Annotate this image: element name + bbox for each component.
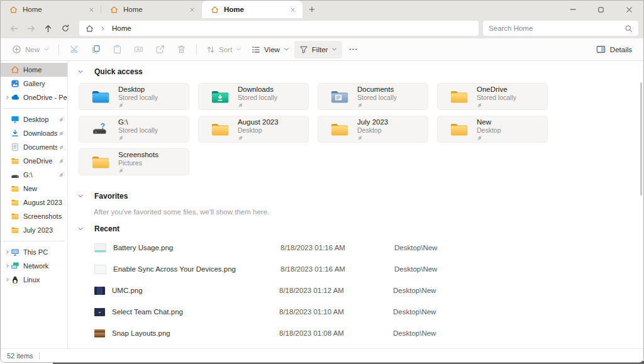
new-label: New — [25, 46, 40, 53]
filter-button[interactable]: Filter — [294, 41, 343, 58]
sidebar-divider — [3, 108, 65, 109]
file-row[interactable]: Enable Sync Across Your Devices.png 8/18… — [68, 258, 643, 280]
chevron-down-icon[interactable] — [77, 193, 84, 199]
chevron-down-icon[interactable] — [77, 69, 84, 75]
favorites-header: Favorites — [77, 192, 643, 201]
vertical-scrollbar[interactable] — [640, 82, 642, 196]
view-button[interactable]: View — [247, 41, 294, 58]
details-button[interactable]: Details — [591, 41, 637, 58]
minimize-button[interactable] — [558, 1, 587, 18]
folder-icon — [11, 212, 19, 221]
rename-button[interactable] — [128, 41, 149, 58]
quick-access-card-downloads[interactable]: Downloads Stored locally — [198, 83, 309, 110]
folder-icon — [91, 154, 110, 170]
maximize-button[interactable] — [587, 1, 615, 18]
quick-access-card-desktop[interactable]: Desktop Stored locally — [79, 83, 189, 110]
chevron-right-icon[interactable] — [4, 250, 11, 255]
command-bar: New Sort View Filter — [1, 38, 643, 61]
close-button[interactable] — [615, 1, 643, 18]
up-icon — [43, 24, 53, 33]
sort-label: Sort — [219, 46, 232, 53]
window-controls — [558, 1, 643, 18]
chevron-right-icon[interactable] — [4, 263, 11, 268]
see-more-button[interactable] — [342, 41, 364, 58]
file-thumbnail — [94, 308, 105, 316]
refresh-button[interactable] — [57, 20, 74, 36]
quick-access-card-documents[interactable]: Documents Stored locally — [318, 83, 428, 110]
sidebar-item-august-2023[interactable]: August 2023 — [1, 196, 67, 209]
file-row[interactable]: Snap Layouts.png 8/18/2023 01:08 AM Desk… — [68, 323, 643, 344]
maximize-icon — [597, 6, 605, 14]
tab-close-icon[interactable] — [287, 4, 297, 14]
chevron-down-icon — [236, 47, 242, 52]
quick-access-card-g-drive[interactable]: G:\ Stored locally — [79, 116, 189, 143]
desktop-icon — [11, 115, 19, 124]
sidebar-item-this-pc[interactable]: This PC — [1, 245, 67, 259]
delete-button[interactable] — [170, 41, 192, 58]
sidebar-item-new[interactable]: New — [1, 182, 67, 196]
forward-button[interactable] — [23, 20, 40, 36]
details-pane-icon — [596, 45, 606, 54]
pin-icon — [58, 158, 64, 164]
chevron-right-icon[interactable] — [4, 95, 11, 100]
item-count: 52 items — [7, 352, 33, 360]
file-row[interactable]: Select Team Chat.png 8/18/2023 01:10 AM … — [68, 301, 643, 323]
cut-button[interactable] — [64, 41, 85, 58]
folder-icon — [11, 198, 19, 207]
tab-close-icon[interactable] — [86, 4, 96, 14]
sidebar-item-g-drive[interactable]: G:\ — [1, 168, 67, 182]
section-title[interactable]: Favorites — [94, 192, 128, 201]
back-button[interactable] — [6, 20, 23, 36]
paste-button[interactable] — [106, 41, 128, 58]
sidebar-item-july-2023[interactable]: July 2023 — [1, 223, 67, 237]
sidebar-item-screenshots[interactable]: Screenshots — [1, 209, 67, 223]
details-label: Details — [610, 46, 632, 53]
share-button[interactable] — [149, 41, 170, 58]
tab-home-3-active[interactable]: Home — [202, 1, 303, 18]
quick-access-card-july-2023[interactable]: July 2023 Desktop — [318, 116, 428, 143]
share-icon — [155, 45, 165, 54]
rename-icon — [134, 45, 143, 54]
sidebar-item-onedrive-personal[interactable]: OneDrive - Persona — [1, 91, 67, 104]
quick-access-card-onedrive[interactable]: OneDrive Stored locally — [437, 83, 548, 110]
tab-home-1[interactable]: Home — [1, 1, 101, 18]
new-button[interactable]: New — [7, 41, 54, 58]
file-thumbnail — [94, 243, 106, 253]
address-bar[interactable]: Home — [79, 21, 479, 36]
tab-close-icon[interactable] — [187, 4, 197, 14]
search-icon — [625, 25, 633, 33]
quick-access-card-screenshots[interactable]: Screenshots Pictures — [79, 148, 189, 175]
tab-home-2[interactable]: Home — [101, 1, 202, 18]
copy-button[interactable] — [85, 41, 106, 58]
folder-icon — [330, 121, 349, 137]
pin-icon — [477, 102, 482, 108]
file-row[interactable]: UMC.png 8/18/2023 01:12 AM Desktop\New — [68, 280, 643, 301]
sort-button[interactable]: Sort — [201, 41, 247, 58]
sidebar-item-gallery[interactable]: Gallery — [1, 77, 67, 91]
quick-access-card-new[interactable]: New Desktop — [437, 116, 548, 143]
sidebar-item-network[interactable]: Network — [1, 259, 67, 273]
onedrive-cloud-icon — [11, 93, 19, 102]
sidebar-item-onedrive[interactable]: OneDrive — [1, 154, 67, 168]
home-icon — [11, 65, 19, 74]
file-row[interactable]: Battery Usage.png 8/18/2023 01:16 AM Des… — [68, 237, 643, 258]
pin-icon — [118, 168, 124, 174]
sidebar-item-home[interactable]: Home — [1, 63, 67, 77]
sidebar-item-documents[interactable]: Documents — [1, 140, 67, 154]
navigation-bar: Home — [1, 18, 643, 38]
section-title[interactable]: Quick access — [94, 67, 143, 76]
sidebar-item-downloads[interactable]: Downloads — [1, 126, 67, 140]
file-thumbnail — [94, 329, 105, 338]
quick-access-card-august-2023[interactable]: August 2023 Desktop — [198, 116, 309, 143]
sidebar-item-desktop[interactable]: Desktop — [1, 113, 67, 126]
new-tab-button[interactable] — [303, 1, 321, 18]
chevron-down-icon[interactable] — [77, 226, 84, 232]
chevron-right-icon[interactable] — [4, 277, 11, 282]
sidebar-item-linux[interactable]: Linux — [1, 273, 67, 287]
file-explorer-window: Home Home Home — [0, 0, 644, 364]
chevron-down-icon — [43, 47, 49, 52]
section-title[interactable]: Recent — [94, 224, 119, 233]
breadcrumb[interactable]: Home — [112, 25, 131, 32]
search-input[interactable] — [489, 25, 625, 32]
up-button[interactable] — [40, 20, 57, 36]
